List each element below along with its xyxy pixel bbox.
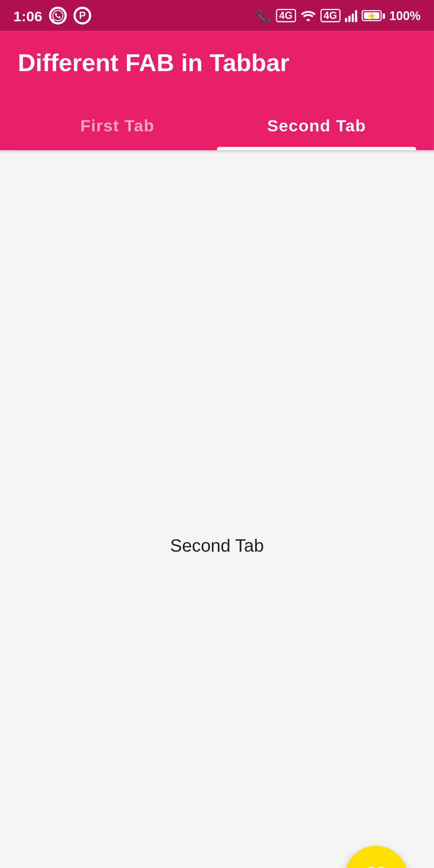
status-time: 1:06	[13, 7, 42, 24]
heart-icon	[363, 864, 389, 868]
app-bar: Different FAB in Tabbar First Tab Second…	[0, 31, 434, 150]
content-area: Second Tab	[0, 152, 434, 868]
tabs-container: First Tab Second Tab	[18, 100, 416, 150]
content-text: Second Tab	[170, 536, 264, 556]
tab-second[interactable]: Second Tab	[217, 100, 416, 150]
fab-button[interactable]	[345, 845, 407, 868]
signal-bars	[345, 9, 357, 22]
app-title: Different FAB in Tabbar	[18, 49, 416, 78]
battery-percent: 100%	[389, 9, 421, 22]
status-bar: 1:06 P 📞 4G 4G	[0, 0, 434, 31]
wifi-icon	[300, 10, 316, 21]
whatsapp-icon	[49, 7, 67, 25]
status-left: 1:06 P	[13, 7, 91, 25]
battery-icon: ⚡	[362, 10, 385, 21]
4g-signal-badge: 4G	[320, 8, 340, 23]
tab-first[interactable]: First Tab	[18, 100, 217, 150]
phone-icon: 📞	[256, 8, 271, 23]
parking-icon: P	[74, 7, 91, 25]
status-right: 📞 4G 4G ⚡ 1	[256, 8, 420, 23]
app-container: 1:06 P 📞 4G 4G	[0, 0, 434, 868]
network-4g-badge: 4G	[276, 8, 296, 23]
